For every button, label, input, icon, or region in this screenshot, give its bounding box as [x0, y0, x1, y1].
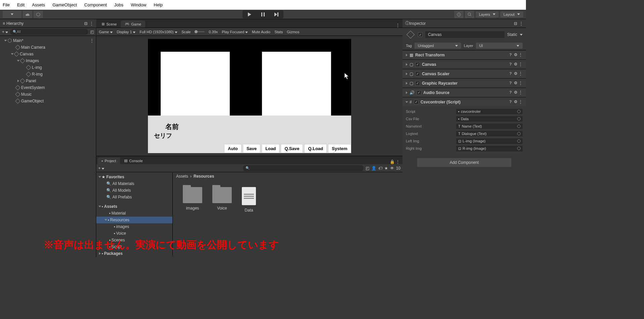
project-filter-icon[interactable]: ◰: [366, 166, 369, 171]
hierarchy-item-main-camera[interactable]: Main Camera: [0, 44, 96, 51]
add-component-button[interactable]: Add Component: [417, 158, 511, 167]
package-button[interactable]: [34, 11, 43, 18]
load-button[interactable]: Load: [262, 144, 279, 153]
scene-row[interactable]: Main* ⋮: [0, 37, 96, 44]
menu-component[interactable]: Component: [84, 2, 107, 7]
project-search-input[interactable]: 🔍: [243, 165, 364, 171]
hierarchy-item-panel[interactable]: Panel: [0, 78, 96, 84]
account-button[interactable]: [3, 11, 21, 18]
folder-resources[interactable]: ▪ Resources: [96, 217, 172, 223]
asset-folder-voice[interactable]: Voice: [212, 187, 232, 213]
hierarchy-filter-icon[interactable]: ◰: [90, 30, 94, 34]
hierarchy-item-gameobject[interactable]: GameObject: [0, 98, 96, 104]
menu-gameobject[interactable]: GameObject: [52, 2, 77, 7]
object-name-input[interactable]: Canvas: [425, 31, 504, 38]
component-canvas[interactable]: ▢✓Canvas？ ⚙ ⋮: [402, 60, 526, 69]
qload-button[interactable]: Q.Load: [304, 144, 327, 153]
menu-window[interactable]: Window: [131, 2, 146, 7]
menu-file[interactable]: File: [3, 2, 10, 7]
hierarchy-item-r-img[interactable]: R-img: [0, 71, 96, 78]
fav-all-materials[interactable]: 🔍 All Materials: [96, 180, 172, 187]
tab-scene[interactable]: ⊞Scene: [98, 20, 121, 28]
menu-assets[interactable]: Assets: [32, 2, 45, 7]
component-audio-source[interactable]: 🔊✓Audio Source？ ⚙ ⋮: [402, 88, 526, 97]
project-label-icon[interactable]: 🏷: [378, 166, 382, 171]
mute-audio-toggle[interactable]: Mute Audio: [252, 30, 270, 34]
breadcrumb-assets[interactable]: Assets: [176, 174, 188, 179]
hierarchy-item-eventsystem[interactable]: EventSystem: [0, 84, 96, 91]
svg-rect-6: [14, 52, 19, 56]
static-toggle[interactable]: Static: [507, 32, 517, 37]
layer-dropdown[interactable]: UI: [476, 43, 523, 49]
project-star-icon[interactable]: ★: [384, 166, 388, 171]
step-button[interactable]: [270, 11, 283, 18]
scene-menu-icon[interactable]: ⋮: [90, 38, 94, 43]
hierarchy-item-images[interactable]: Images: [0, 57, 96, 64]
tag-dropdown[interactable]: Untagged: [415, 43, 461, 49]
save-button[interactable]: Save: [243, 144, 260, 153]
project-hidden-icon[interactable]: 👁: [390, 166, 394, 171]
component-graphic-raycaster[interactable]: ▢✓Graphic Raycaster？ ⚙ ⋮: [402, 79, 526, 88]
system-button[interactable]: System: [328, 144, 351, 153]
hierarchy-menu-icon[interactable]: ⋮: [90, 21, 94, 26]
prop-rightimg-val[interactable]: ⊡R-img (Image): [456, 146, 523, 151]
playmode-dropdown[interactable]: Play Focused: [222, 30, 248, 34]
gizmos-toggle[interactable]: Gizmos: [287, 30, 299, 34]
qsave-button[interactable]: Q.Save: [281, 144, 303, 153]
play-button[interactable]: [243, 11, 256, 18]
assets-row[interactable]: ▪Assets: [96, 203, 172, 210]
hierarchy-item-music[interactable]: Music: [0, 91, 96, 98]
project-lock-icon[interactable]: 🔒 ⋮: [390, 160, 400, 164]
component-canvas-scaler[interactable]: ▢✓Canvas Scaler？ ⚙ ⋮: [402, 69, 526, 78]
component-rect-transform[interactable]: ▦Rect Transform？ ⚙ ⋮: [402, 50, 526, 59]
prop-script-val[interactable]: ▪csvcontroler: [456, 109, 523, 114]
folder-voice[interactable]: ▪ Voice: [96, 230, 172, 237]
tab-project[interactable]: ▪Project: [98, 157, 120, 164]
create-dropdown[interactable]: +: [2, 30, 8, 34]
undo-history-button[interactable]: [454, 11, 464, 18]
svg-rect-0: [261, 12, 262, 16]
display-dropdown[interactable]: Display 1: [117, 30, 136, 34]
raycaster-icon: ▢: [410, 81, 413, 86]
auto-button[interactable]: Auto: [224, 144, 241, 153]
prop-csvfile-val[interactable]: ▪Data: [456, 116, 523, 122]
menu-edit[interactable]: Edit: [17, 2, 24, 7]
fav-all-models[interactable]: 🔍 All Models: [96, 187, 172, 194]
active-checkbox[interactable]: ✓: [418, 32, 423, 37]
scale-slider[interactable]: [195, 31, 205, 32]
cloud-button[interactable]: [23, 11, 32, 18]
project-create-dropdown[interactable]: +: [98, 166, 104, 171]
pause-button[interactable]: [257, 11, 269, 18]
project-filter2-icon[interactable]: 👤: [371, 166, 376, 171]
inspector-menu-icon[interactable]: ⋮: [519, 21, 523, 26]
asset-folder-images[interactable]: images: [183, 187, 202, 213]
view-menu-icon[interactable]: ⋮: [396, 23, 400, 28]
menu-help[interactable]: Help: [154, 2, 163, 7]
hierarchy-lock-icon[interactable]: ⊟: [84, 21, 88, 26]
folder-images[interactable]: ▪ images: [96, 223, 172, 230]
layout-dropdown[interactable]: Layout: [500, 11, 523, 17]
stats-toggle[interactable]: Stats: [274, 30, 283, 34]
prop-nametext-val[interactable]: TName (Text): [456, 124, 523, 129]
breadcrumb-resources[interactable]: Resources: [194, 174, 214, 179]
layers-dropdown[interactable]: Layers: [476, 11, 499, 17]
resolution-dropdown[interactable]: Full HD (1920x1080): [140, 30, 177, 34]
hierarchy-item-l-img[interactable]: L-img: [0, 64, 96, 71]
component-csvcontroler[interactable]: #✓Csvcontroler (Script)？ ⚙ ⋮: [402, 97, 526, 106]
menu-jobs[interactable]: Jobs: [114, 2, 123, 7]
search-button[interactable]: [465, 11, 474, 18]
hierarchy-item-canvas[interactable]: Canvas: [0, 51, 96, 57]
favorites-row[interactable]: ★Favorites: [96, 174, 172, 180]
hierarchy-search-input[interactable]: 🔍 All: [10, 29, 88, 35]
tab-game[interactable]: 🎮Game: [121, 20, 145, 28]
tab-console[interactable]: ▤Console: [120, 157, 147, 164]
svg-rect-12: [15, 92, 20, 97]
inspector-lock-icon[interactable]: ⊟: [514, 21, 517, 26]
game-mode-dropdown[interactable]: Game: [99, 30, 113, 34]
prop-logtext-val[interactable]: TDialogue (Text): [456, 131, 523, 136]
folder-material[interactable]: ▪ Material: [96, 210, 172, 217]
fav-all-prefabs[interactable]: 🔍 All Prefabs: [96, 194, 172, 200]
asset-file-data[interactable]: Data: [242, 187, 256, 213]
prop-leftimg-val[interactable]: ⊡L-img (Image): [456, 138, 523, 144]
rect-transform-icon: ▦: [410, 53, 413, 57]
